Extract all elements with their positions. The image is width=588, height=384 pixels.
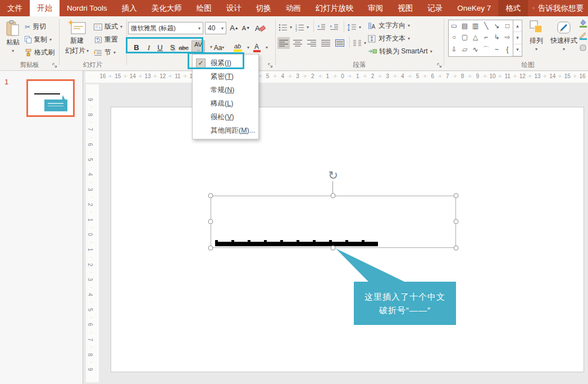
new-slide-button[interactable]: 新建 幻灯片 ▾ [62,20,92,55]
shape-vertical-text-box[interactable]: ▥ [472,22,478,30]
text-direction-button[interactable]: A 文字方向 ▾ [368,20,410,31]
smartart-button[interactable]: 转换为 SmartArt ▾ [368,46,432,57]
font-name-combo[interactable]: 微软雅黑 (标题) ▾ [128,22,203,34]
copy-button[interactable]: 复制 ▾ [25,34,52,46]
spacing-option-其他间距[interactable]: 其他间距(M)... [193,124,258,137]
shape-arrow[interactable]: ↘ [494,22,499,30]
shape-elbow-connector[interactable]: ⌐ [484,33,488,41]
scroll-down-icon[interactable]: ▼ [513,32,522,44]
selection-handle-bottom-right[interactable] [454,246,459,251]
shape-outline-icon[interactable] [579,31,587,40]
shape-arc[interactable]: ⌒ [483,45,490,55]
quick-styles-button[interactable]: 快速样式 ▾ [549,20,578,52]
tab-Nordri Tools[interactable]: Nordri Tools [60,0,115,16]
spacing-option-很松[interactable]: 很松(V) [193,110,258,124]
align-center-button[interactable] [291,37,304,49]
font-color-button[interactable]: A [251,41,262,54]
layout-button[interactable]: 版式 ▾ [94,21,122,33]
tab-插入[interactable]: 插入 [115,0,144,16]
tab-开始[interactable]: 开始 [30,0,60,16]
shrink-font-button[interactable]: A▼ [240,21,252,34]
font-dialog-launcher[interactable] [268,63,273,68]
font-color-dropdown-arrow[interactable]: ▾ [261,41,272,54]
underline-button[interactable]: U [154,41,166,54]
tell-me-box[interactable]: 告诉我你想要 [528,0,588,16]
shape-line[interactable]: ╲ [484,22,488,30]
increase-indent-button[interactable] [330,21,339,33]
tab-幻灯片放映[interactable]: 幻灯片放映 [308,0,361,16]
selection-handle-mid-right[interactable] [454,219,459,224]
tab-设计[interactable]: 设计 [219,0,249,16]
distribute-button[interactable] [334,37,346,49]
scroll-up-icon[interactable]: ▲ [513,20,522,32]
paragraph-dialog-launcher[interactable] [437,63,442,68]
italic-button[interactable]: I [143,41,154,54]
line-spacing-button[interactable]: ▾ [347,21,361,33]
selection-handle-top-center[interactable] [331,193,336,198]
shape-scribble[interactable]: ∿ [472,46,478,53]
font-size-combo[interactable]: 40 ▾ [205,22,226,34]
decrease-indent-button[interactable] [317,21,326,33]
justify-button[interactable] [320,37,332,49]
tab-绘图[interactable]: 绘图 [189,0,219,16]
bullets-button[interactable]: ▾ [279,21,292,33]
shape-triangle[interactable]: △ [473,33,478,41]
shape-gallery-scrollbar[interactable]: ▲ ▼ ▼̱ [513,20,522,57]
tab-记录[interactable]: 记录 [420,0,450,16]
callout-shape[interactable]: 这里插入了十个中文 破折号“——” [354,282,456,325]
text-shadow-button[interactable]: S [167,41,178,54]
character-spacing-button[interactable]: AV ↔ [192,40,205,53]
spacing-option-紧密[interactable]: 紧密(T) [193,70,258,83]
shape-gallery[interactable]: ▭▤▥╲↘□○▢△⌐↳⇨⇩▱∿⌒~{ [448,20,513,57]
tab-视图[interactable]: 视图 [390,0,420,16]
horizontal-ruler[interactable]: 16·ı·15·ı·14·ı·13·ı·12·ı·11·ı·10·ı·9·ı·8… [85,71,588,83]
vertical-ruler[interactable]: 9·8·7·6·5·4·3·2·1·0·1·2·3·4·5·6·7·8·9 [86,84,99,382]
arrange-button[interactable]: 排列 ▾ [525,20,548,52]
tab-动画[interactable]: 动画 [279,0,308,16]
strikethrough-button[interactable]: abc [178,41,189,54]
spacing-option-稀疏[interactable]: 稀疏(L) [193,97,258,110]
numbering-button[interactable]: 123 ▾ [295,21,309,33]
shape-text-box[interactable]: ▤ [462,22,468,30]
shape-freeform[interactable]: ▱ [462,46,467,53]
reset-button[interactable]: 重置 [94,34,118,46]
align-text-button[interactable]: 对齐文本 ▾ [368,33,410,44]
tab-美化大师[interactable]: 美化大师 [144,0,189,16]
selection-handle-bottom-center[interactable] [331,246,336,251]
clear-formatting-button[interactable]: A [254,21,266,34]
tab-格式[interactable]: 格式 [498,0,528,16]
paste-button[interactable]: 粘贴 ▾ [3,20,23,54]
slide-thumbnail[interactable] [26,79,75,117]
selection-handle-mid-left[interactable] [208,219,213,224]
spacing-option-很紧[interactable]: ✓很紧(I) [193,56,258,70]
columns-button[interactable]: ▾ [353,37,366,49]
highlight-color-button[interactable]: ab [232,41,243,54]
section-button[interactable]: 节 ▾ [94,47,116,58]
shape-rounded-rectangle[interactable]: ▢ [462,33,468,41]
shape-curve[interactable]: ~ [495,46,499,53]
shape-callout[interactable]: ▭ [451,22,457,30]
tab-审阅[interactable]: 审阅 [361,0,390,16]
shape-brace[interactable]: { [506,46,508,53]
selection-handle-top-left[interactable] [208,193,213,198]
align-right-button[interactable] [306,37,318,49]
shape-down-arrow[interactable]: ⇩ [451,46,457,53]
clipboard-dialog-launcher[interactable] [52,63,57,68]
shape-rectangle[interactable]: □ [505,22,509,30]
rotation-handle-icon[interactable]: ↻ [328,169,338,182]
shape-elbow-arrow-connector[interactable]: ↳ [494,33,499,41]
cut-button[interactable]: ✂ 剪切 [25,21,46,33]
shape-right-arrow[interactable]: ⇨ [504,33,510,41]
selection-handle-bottom-left[interactable] [208,246,213,251]
tab-切换[interactable]: 切换 [249,0,279,16]
tab-OneKey 7[interactable]: OneKey 7 [450,0,498,16]
align-left-button[interactable] [277,37,290,49]
selection-handle-top-right[interactable] [454,193,459,198]
shape-effects-icon[interactable] [579,44,587,52]
bold-button[interactable]: B [131,41,142,54]
gallery-more-icon[interactable]: ▼̱ [513,44,522,56]
change-case-button[interactable]: Aa ▾ [213,41,225,54]
shape-fill-icon[interactable] [579,19,587,28]
grow-font-button[interactable]: A▲ [229,21,240,34]
spacing-option-常规[interactable]: 常规(N) [193,83,258,97]
